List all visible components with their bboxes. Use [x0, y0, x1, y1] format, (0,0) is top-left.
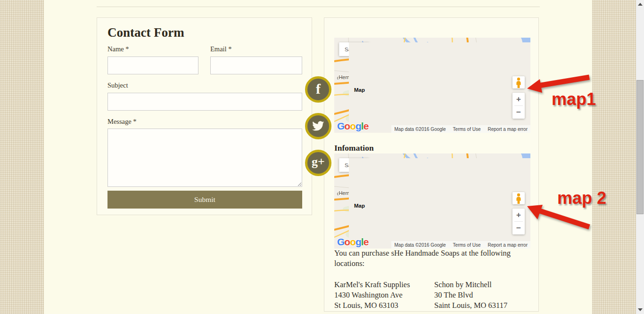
zoom-control: + −: [512, 209, 525, 234]
location-karmels: KarMel's Kraft Supplies 1430 Washington …: [334, 280, 433, 311]
location-name: Schon by Mitchell: [434, 280, 533, 290]
map-attribution: Map data ©2016 Google Terms of Use Repor…: [391, 125, 530, 133]
map2-annotation-label: map 2: [557, 188, 606, 208]
purchase-locations-text: You can purchase sHe Handmade Soaps at t…: [334, 248, 529, 269]
name-input[interactable]: [107, 56, 198, 74]
email-input[interactable]: [210, 56, 302, 74]
report-map-error-link[interactable]: Report a map error: [488, 127, 528, 132]
email-label: Email *: [210, 45, 232, 53]
location-name: KarMel's Kraft Supplies: [334, 280, 433, 290]
info-card: Map Satellite + − Google Map data ©2016 …: [324, 17, 539, 312]
scrollbar[interactable]: [636, 0, 644, 314]
google-plus-icon: g+: [312, 155, 325, 169]
scrollbar-thumb[interactable]: [636, 80, 644, 214]
location-address: 30 The Blvd: [434, 290, 533, 300]
twitter-button[interactable]: [305, 113, 331, 139]
scroll-down-arrow[interactable]: [638, 308, 643, 311]
street-view-pegman-button[interactable]: [512, 76, 525, 89]
google-logo[interactable]: Google: [337, 236, 368, 248]
name-label: Name *: [107, 45, 129, 53]
subject-label: Subject: [107, 81, 128, 89]
info-heading: Infomation: [334, 143, 374, 153]
terms-of-use-link[interactable]: Terms of Use: [453, 242, 481, 248]
map-type-control: Map Satellite: [339, 158, 369, 172]
map-data-text: Map data ©2016 Google: [394, 242, 446, 248]
terms-of-use-link[interactable]: Terms of Use: [453, 127, 481, 132]
submit-button[interactable]: Submit: [107, 191, 302, 209]
map1-annotation-label: map1: [552, 89, 596, 109]
pegman-icon: [512, 192, 525, 204]
page-content: Contact Form Name * Email * Subject Mess…: [44, 0, 592, 314]
zoom-in-button[interactable]: +: [512, 93, 525, 105]
report-map-error-link[interactable]: Report a map error: [488, 242, 528, 248]
map-view-button[interactable]: Map: [349, 158, 530, 249]
message-textarea[interactable]: [107, 129, 302, 187]
twitter-icon: [312, 121, 324, 131]
contact-form-title: Contact Form: [107, 25, 184, 40]
google-logo[interactable]: Google: [337, 121, 368, 132]
map-attribution: Map data ©2016 Google Terms of Use Repor…: [391, 241, 530, 249]
map-data-text: Map data ©2016 Google: [394, 127, 446, 132]
location-schon: Schon by Mitchell 30 The Blvd Saint Loui…: [434, 280, 533, 311]
zoom-out-button[interactable]: −: [512, 222, 525, 234]
top-divider: [97, 7, 540, 7]
facebook-icon: f: [316, 81, 321, 97]
map-type-control: Map Satellite: [339, 42, 369, 56]
location-city: Saint Louis, MO 63117: [434, 300, 533, 311]
zoom-out-button[interactable]: −: [512, 106, 525, 119]
contact-form-card: Contact Form Name * Email * Subject Mess…: [97, 17, 312, 215]
map-1[interactable]: Map Satellite + − Google Map data ©2016 …: [334, 38, 530, 133]
subject-input[interactable]: [107, 93, 302, 111]
map-view-button[interactable]: Map: [349, 42, 530, 133]
google-plus-button[interactable]: g+: [305, 150, 331, 176]
scroll-up-arrow[interactable]: [638, 3, 643, 6]
zoom-control: + −: [512, 93, 525, 119]
pegman-icon: [512, 76, 525, 89]
map-2[interactable]: Map Satellite + − Google Map data ©2016 …: [334, 153, 530, 249]
street-view-pegman-button[interactable]: [512, 192, 525, 204]
message-label: Message *: [107, 118, 137, 126]
location-address: 1430 Washington Ave: [334, 290, 433, 300]
zoom-in-button[interactable]: +: [512, 209, 525, 221]
location-city: St Louis, MO 63103: [334, 300, 433, 311]
facebook-button[interactable]: f: [305, 76, 331, 103]
